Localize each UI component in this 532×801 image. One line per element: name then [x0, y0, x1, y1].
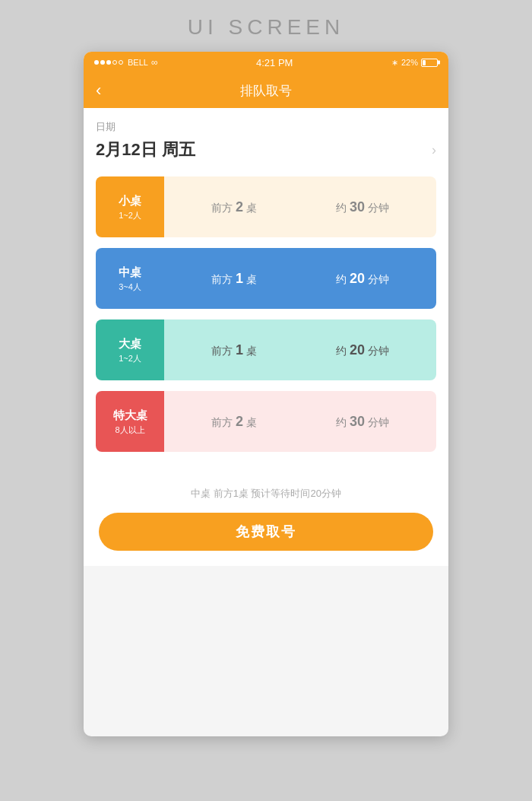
page-title: UI SCREEN [188, 15, 344, 40]
card-wait-large: 约 20 分钟 [336, 342, 389, 358]
status-right: ∗ 22% [391, 58, 438, 68]
card-name-small: 小桌 [119, 192, 141, 208]
card-capacity-small: 1~2人 [119, 210, 141, 221]
main-content: 日期 2月12日 周五 › 小桌 1~2人 前方 2 桌 约 30 分钟 [84, 108, 448, 464]
table-card-large[interactable]: 大桌 1~2人 前方 1 桌 约 20 分钟 [96, 319, 436, 380]
card-ahead-large: 前方 1 桌 [211, 342, 257, 358]
card-name-large: 大桌 [119, 335, 141, 351]
bottom-area: 中桌 前方1桌 预计等待时间20分钟 免费取号 [84, 464, 448, 566]
status-left: BELL ∞ [94, 57, 157, 68]
date-arrow-icon[interactable]: › [432, 142, 436, 158]
card-name-xl: 特大桌 [113, 407, 147, 423]
date-text: 2月12日 周五 [96, 138, 195, 161]
wifi-icon: ∞ [151, 57, 158, 68]
nav-title: 排队取号 [240, 82, 292, 100]
card-label-large: 大桌 1~2人 [96, 319, 164, 380]
back-button[interactable]: ‹ [96, 82, 101, 99]
card-label-medium: 中桌 3~4人 [96, 248, 164, 309]
table-card-small[interactable]: 小桌 1~2人 前方 2 桌 约 30 分钟 [96, 176, 436, 237]
card-label-small: 小桌 1~2人 [96, 176, 164, 237]
status-bar: BELL ∞ 4:21 PM ∗ 22% [84, 52, 448, 73]
card-capacity-medium: 3~4人 [119, 281, 141, 293]
carrier-label: BELL [128, 58, 148, 67]
card-capacity-xl: 8人以上 [115, 424, 144, 436]
date-label: 日期 [96, 120, 436, 134]
date-row[interactable]: 2月12日 周五 › [96, 138, 436, 161]
card-info-medium: 前方 1 桌 约 20 分钟 [164, 248, 436, 309]
battery-icon [421, 59, 438, 67]
nav-bar: ‹ 排队取号 [84, 73, 448, 108]
card-info-xl: 前方 2 桌 约 30 分钟 [164, 391, 436, 452]
card-wait-small: 约 30 分钟 [336, 199, 389, 215]
card-ahead-small: 前方 2 桌 [211, 199, 257, 215]
card-info-large: 前方 1 桌 约 20 分钟 [164, 319, 436, 380]
card-wait-medium: 约 20 分钟 [336, 271, 389, 287]
card-name-medium: 中桌 [119, 264, 141, 280]
take-number-button[interactable]: 免费取号 [99, 513, 433, 551]
phone-frame: BELL ∞ 4:21 PM ∗ 22% ‹ 排队取号 日期 2月12日 周五 … [84, 52, 448, 736]
card-info-small: 前方 2 桌 约 30 分钟 [164, 176, 436, 237]
table-card-xl[interactable]: 特大桌 8人以上 前方 2 桌 约 30 分钟 [96, 391, 436, 452]
status-time: 4:21 PM [256, 57, 293, 68]
bluetooth-icon: ∗ [391, 58, 398, 68]
table-card-medium[interactable]: 中桌 3~4人 前方 1 桌 约 20 分钟 [96, 248, 436, 309]
bottom-status: 中桌 前方1桌 预计等待时间20分钟 [99, 487, 433, 501]
card-ahead-xl: 前方 2 桌 [211, 414, 257, 430]
card-wait-xl: 约 30 分钟 [336, 414, 389, 430]
battery-percent: 22% [401, 58, 418, 67]
card-capacity-large: 1~2人 [119, 353, 141, 364]
table-cards: 小桌 1~2人 前方 2 桌 约 30 分钟 中桌 3~4人 [96, 176, 436, 452]
card-label-xl: 特大桌 8人以上 [96, 391, 164, 452]
card-ahead-medium: 前方 1 桌 [211, 271, 257, 287]
